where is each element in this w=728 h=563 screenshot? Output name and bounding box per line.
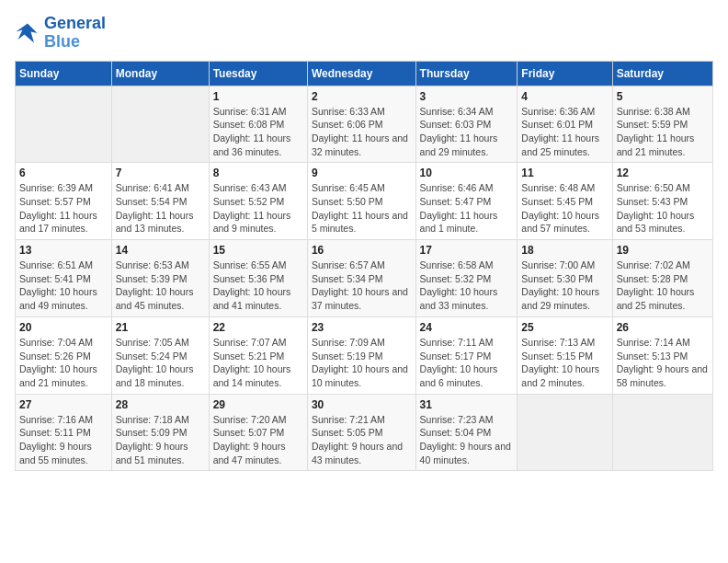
header-saturday: Saturday xyxy=(612,61,712,86)
header-monday: Monday xyxy=(111,61,209,86)
svg-marker-0 xyxy=(16,23,37,42)
day-number: 1 xyxy=(213,90,303,103)
calendar-week-0: 1Sunrise: 6:31 AM Sunset: 6:08 PM Daylig… xyxy=(16,86,713,163)
calendar-cell: 7Sunrise: 6:41 AM Sunset: 5:54 PM Daylig… xyxy=(111,163,209,240)
calendar-cell xyxy=(518,394,612,471)
day-number: 3 xyxy=(420,90,514,103)
calendar-cell: 4Sunrise: 6:36 AM Sunset: 6:01 PM Daylig… xyxy=(518,86,612,163)
calendar-cell: 25Sunrise: 7:13 AM Sunset: 5:15 PM Dayli… xyxy=(518,316,612,394)
day-number: 13 xyxy=(19,244,108,257)
day-number: 24 xyxy=(420,321,514,334)
day-detail: Sunrise: 6:55 AM Sunset: 5:36 PM Dayligh… xyxy=(213,259,303,313)
calendar-cell: 9Sunrise: 6:45 AM Sunset: 5:50 PM Daylig… xyxy=(307,163,415,240)
day-detail: Sunrise: 6:31 AM Sunset: 6:08 PM Dayligh… xyxy=(213,105,303,159)
logo-text: General Blue xyxy=(44,15,106,52)
day-detail: Sunrise: 6:58 AM Sunset: 5:32 PM Dayligh… xyxy=(420,259,514,313)
day-number: 4 xyxy=(521,90,608,103)
day-number: 8 xyxy=(213,167,303,179)
calendar-cell xyxy=(612,394,712,471)
day-detail: Sunrise: 7:04 AM Sunset: 5:26 PM Dayligh… xyxy=(19,336,108,390)
calendar-cell: 21Sunrise: 7:05 AM Sunset: 5:24 PM Dayli… xyxy=(111,316,209,394)
day-detail: Sunrise: 6:53 AM Sunset: 5:39 PM Dayligh… xyxy=(116,259,205,313)
calendar-cell: 26Sunrise: 7:14 AM Sunset: 5:13 PM Dayli… xyxy=(612,316,712,394)
day-number: 6 xyxy=(19,167,108,179)
calendar-cell: 2Sunrise: 6:33 AM Sunset: 6:06 PM Daylig… xyxy=(307,86,415,163)
day-number: 19 xyxy=(617,244,709,257)
day-detail: Sunrise: 7:18 AM Sunset: 5:09 PM Dayligh… xyxy=(116,413,205,467)
calendar-cell xyxy=(16,86,112,163)
day-number: 11 xyxy=(521,167,608,179)
day-detail: Sunrise: 6:36 AM Sunset: 6:01 PM Dayligh… xyxy=(521,105,608,159)
calendar-cell: 14Sunrise: 6:53 AM Sunset: 5:39 PM Dayli… xyxy=(111,240,209,317)
calendar-cell: 16Sunrise: 6:57 AM Sunset: 5:34 PM Dayli… xyxy=(307,240,415,317)
day-number: 18 xyxy=(521,244,608,257)
day-number: 2 xyxy=(312,90,412,103)
calendar-week-2: 13Sunrise: 6:51 AM Sunset: 5:41 PM Dayli… xyxy=(16,240,713,317)
day-number: 29 xyxy=(213,398,303,411)
day-detail: Sunrise: 7:00 AM Sunset: 5:30 PM Dayligh… xyxy=(521,259,608,313)
calendar-cell: 13Sunrise: 6:51 AM Sunset: 5:41 PM Dayli… xyxy=(16,240,112,317)
day-number: 9 xyxy=(312,167,412,179)
calendar-cell: 8Sunrise: 6:43 AM Sunset: 5:52 PM Daylig… xyxy=(209,163,307,240)
calendar-cell: 31Sunrise: 7:23 AM Sunset: 5:04 PM Dayli… xyxy=(415,394,518,471)
calendar-table: SundayMondayTuesdayWednesdayThursdayFrid… xyxy=(15,61,713,472)
day-number: 25 xyxy=(521,321,608,334)
day-detail: Sunrise: 6:43 AM Sunset: 5:52 PM Dayligh… xyxy=(213,181,303,236)
calendar-cell: 12Sunrise: 6:50 AM Sunset: 5:43 PM Dayli… xyxy=(612,163,712,240)
day-number: 20 xyxy=(19,321,108,334)
calendar-cell: 5Sunrise: 6:38 AM Sunset: 5:59 PM Daylig… xyxy=(612,86,712,163)
day-detail: Sunrise: 7:09 AM Sunset: 5:19 PM Dayligh… xyxy=(312,336,412,390)
calendar-cell: 29Sunrise: 7:20 AM Sunset: 5:07 PM Dayli… xyxy=(209,394,307,471)
day-number: 12 xyxy=(617,167,709,179)
calendar-cell: 1Sunrise: 6:31 AM Sunset: 6:08 PM Daylig… xyxy=(209,86,307,163)
calendar-week-3: 20Sunrise: 7:04 AM Sunset: 5:26 PM Dayli… xyxy=(16,316,713,394)
day-detail: Sunrise: 6:45 AM Sunset: 5:50 PM Dayligh… xyxy=(312,181,412,236)
day-number: 22 xyxy=(213,321,303,334)
day-detail: Sunrise: 7:13 AM Sunset: 5:15 PM Dayligh… xyxy=(521,336,608,390)
day-detail: Sunrise: 6:57 AM Sunset: 5:34 PM Dayligh… xyxy=(312,259,412,313)
calendar-cell: 10Sunrise: 6:46 AM Sunset: 5:47 PM Dayli… xyxy=(415,163,518,240)
calendar-cell: 28Sunrise: 7:18 AM Sunset: 5:09 PM Dayli… xyxy=(111,394,209,471)
calendar-cell: 20Sunrise: 7:04 AM Sunset: 5:26 PM Dayli… xyxy=(16,316,112,394)
day-detail: Sunrise: 6:34 AM Sunset: 6:03 PM Dayligh… xyxy=(420,105,514,159)
day-detail: Sunrise: 7:02 AM Sunset: 5:28 PM Dayligh… xyxy=(617,259,709,313)
day-number: 27 xyxy=(19,398,108,411)
header-friday: Friday xyxy=(518,61,612,86)
calendar-cell: 19Sunrise: 7:02 AM Sunset: 5:28 PM Dayli… xyxy=(612,240,712,317)
calendar-cell: 24Sunrise: 7:11 AM Sunset: 5:17 PM Dayli… xyxy=(415,316,518,394)
day-detail: Sunrise: 7:07 AM Sunset: 5:21 PM Dayligh… xyxy=(213,336,303,390)
calendar-cell: 22Sunrise: 7:07 AM Sunset: 5:21 PM Dayli… xyxy=(209,316,307,394)
day-detail: Sunrise: 7:14 AM Sunset: 5:13 PM Dayligh… xyxy=(617,336,709,390)
day-number: 21 xyxy=(116,321,205,334)
calendar-cell: 18Sunrise: 7:00 AM Sunset: 5:30 PM Dayli… xyxy=(518,240,612,317)
calendar-cell: 3Sunrise: 6:34 AM Sunset: 6:03 PM Daylig… xyxy=(415,86,518,163)
day-number: 26 xyxy=(617,321,709,334)
day-detail: Sunrise: 7:23 AM Sunset: 5:04 PM Dayligh… xyxy=(420,413,514,467)
calendar-cell: 23Sunrise: 7:09 AM Sunset: 5:19 PM Dayli… xyxy=(307,316,415,394)
day-detail: Sunrise: 7:20 AM Sunset: 5:07 PM Dayligh… xyxy=(213,413,303,467)
day-detail: Sunrise: 6:50 AM Sunset: 5:43 PM Dayligh… xyxy=(617,181,709,236)
day-number: 30 xyxy=(312,398,412,411)
day-detail: Sunrise: 7:16 AM Sunset: 5:11 PM Dayligh… xyxy=(19,413,108,467)
day-number: 7 xyxy=(116,167,205,179)
day-number: 15 xyxy=(213,244,303,257)
calendar-cell: 15Sunrise: 6:55 AM Sunset: 5:36 PM Dayli… xyxy=(209,240,307,317)
calendar-week-1: 6Sunrise: 6:39 AM Sunset: 5:57 PM Daylig… xyxy=(16,163,713,240)
day-number: 31 xyxy=(420,398,514,411)
day-number: 10 xyxy=(420,167,514,179)
page-header: General Blue xyxy=(15,15,713,52)
calendar-week-4: 27Sunrise: 7:16 AM Sunset: 5:11 PM Dayli… xyxy=(16,394,713,471)
day-number: 14 xyxy=(116,244,205,257)
calendar-cell xyxy=(111,86,209,163)
calendar-cell: 11Sunrise: 6:48 AM Sunset: 5:45 PM Dayli… xyxy=(518,163,612,240)
logo: General Blue xyxy=(15,15,106,52)
day-detail: Sunrise: 6:41 AM Sunset: 5:54 PM Dayligh… xyxy=(116,181,205,236)
header-sunday: Sunday xyxy=(16,61,112,86)
day-number: 17 xyxy=(420,244,514,257)
header-tuesday: Tuesday xyxy=(209,61,307,86)
header-wednesday: Wednesday xyxy=(307,61,415,86)
calendar-cell: 6Sunrise: 6:39 AM Sunset: 5:57 PM Daylig… xyxy=(16,163,112,240)
day-detail: Sunrise: 7:11 AM Sunset: 5:17 PM Dayligh… xyxy=(420,336,514,390)
day-number: 16 xyxy=(312,244,412,257)
day-number: 28 xyxy=(116,398,205,411)
